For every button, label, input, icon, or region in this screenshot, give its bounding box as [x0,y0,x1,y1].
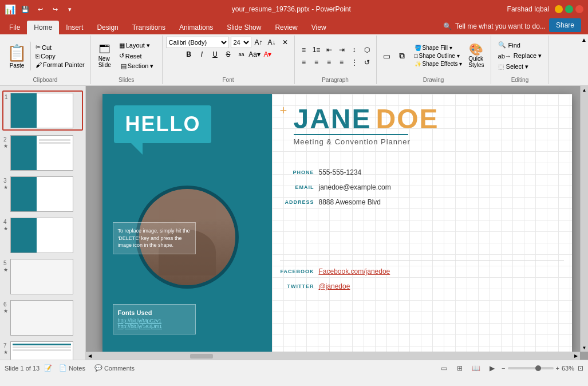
fonts-link-2[interactable]: http://bit.ly/1e3jJm1 [118,324,191,329]
restore-button[interactable] [565,5,573,13]
slide-thumb-3[interactable]: 3 ★ [2,175,83,213]
shapes-button[interactable]: ▭ [380,49,394,63]
font-size-dropdown[interactable]: 24 [231,37,251,48]
slide-sorter-button[interactable]: ⊞ [453,362,466,375]
bullets-button[interactable]: ≡ [298,44,310,56]
minimize-button[interactable] [555,5,563,13]
strikethrough-button[interactable]: S [223,49,234,60]
underline-button[interactable]: U [210,49,221,60]
find-button[interactable]: 🔍 Find [495,40,546,50]
change-case-button[interactable]: Aa▾ [249,49,261,60]
vertical-scrollbar[interactable]: ▲ ▼ [580,86,588,352]
layout-button[interactable]: ▦Layout ▾ [116,41,159,50]
line-spacing-button[interactable]: ↕ [349,44,360,56]
slide-thumb-6[interactable]: 6 ★ [2,299,83,337]
bold-button[interactable]: B [183,49,195,60]
tab-transitions[interactable]: Transitions [125,21,172,34]
contact-row-address: ADDRESS 8888 Awesome Blvd [280,198,564,206]
slides-panel[interactable]: 1 2 ★ [0,86,86,360]
save-qat-button[interactable]: 💾 [19,3,31,15]
shape-outline-label: Shape Outline ▾ [419,53,460,59]
format-painter-button[interactable]: 🖌Format Painter [33,61,87,69]
slides-content: 🗔 NewSlide ▦Layout ▾ ↺Reset ▤Section ▾ [94,37,159,83]
scroll-right-button[interactable]: ▶ [572,352,580,360]
ribbon-collapse-button[interactable]: ▲ [581,37,587,43]
tab-home[interactable]: Home [27,21,59,34]
shape-fill-button[interactable]: 🪣 Shape Fill ▾ [412,44,465,52]
undo-button[interactable]: ↩ [34,3,46,15]
zoom-out-button[interactable]: − [502,365,505,372]
scroll-left-button[interactable]: ◀ [86,352,94,360]
shape-outline-button[interactable]: □ Shape Outline ▾ [412,52,465,60]
slide-preview-6 [10,300,73,336]
phone-value: 555-555-1234 [319,168,362,176]
share-button[interactable]: Share [549,18,581,32]
tab-slideshow[interactable]: Slide Show [220,21,268,34]
arrange-button[interactable]: ⧉ [395,49,409,63]
convert-to-smartart-button[interactable]: ⬡ [361,44,373,56]
decrease-indent-button[interactable]: ⇤ [323,44,335,56]
tab-insert[interactable]: Insert [59,21,90,34]
slideshow-button[interactable]: ▶ [486,362,498,375]
slide-thumb-5[interactable]: 5 ★ [2,258,83,296]
customize-qat-button[interactable]: ▾ [64,3,76,15]
increase-indent-button[interactable]: ⇥ [336,44,348,56]
columns-button[interactable]: ⋮ [349,57,360,68]
tab-file[interactable]: File [2,21,27,34]
hello-tail [131,143,143,155]
slide-thumb-1[interactable]: 1 [2,90,83,131]
zoom-slider[interactable] [508,367,554,369]
quick-styles-button[interactable]: 🎨 QuickStyles [465,42,487,70]
tab-animations[interactable]: Animations [172,21,220,34]
quick-styles-icon: 🎨 [469,44,483,55]
first-name: JANE [294,105,372,133]
replace-button[interactable]: ab→ Replace ▾ [495,51,546,61]
font-size-decrease-button[interactable]: A↓ [266,37,278,48]
copy-button[interactable]: ⎘Copy [33,52,87,60]
slide-thumb-7[interactable]: 7 ★ [2,340,83,360]
align-center-button[interactable]: ≡ [311,57,322,68]
cut-button[interactable]: ✂Cut [33,43,87,52]
reading-view-button[interactable]: 📖 [469,362,482,375]
tab-design[interactable]: Design [90,21,125,34]
font-color-button[interactable]: A▾ [262,49,274,60]
slide-num-6: 6 [3,300,7,308]
paste-button[interactable]: 📋 Paste [3,41,31,71]
search-icon: 🔍 [443,22,452,30]
new-slide-button[interactable]: 🗔 NewSlide [94,42,115,70]
small-caps-button[interactable]: aa [236,49,247,60]
align-left-button[interactable]: ≡ [298,57,310,68]
fit-to-window-button[interactable]: ⊡ [578,364,583,372]
comments-button[interactable]: 💬 Comments [92,364,137,372]
slide-thumb-4[interactable]: 4 ★ [2,216,83,254]
clipboard-sub-buttons: ✂Cut ⎘Copy 🖌Format Painter [33,43,87,69]
select-button[interactable]: ⬚ Select ▾ [495,62,546,72]
horizontal-scrollbar[interactable]: ◀ ▶ [86,352,580,360]
align-right-button[interactable]: ≡ [323,57,335,68]
zoom-in-button[interactable]: + [556,365,559,372]
close-button[interactable] [575,5,583,13]
justify-button[interactable]: ≡ [336,57,348,68]
font-size-increase-button[interactable]: A↑ [253,37,265,48]
normal-view-button[interactable]: ▭ [437,362,450,375]
section-button[interactable]: ▤Section ▾ [116,61,159,71]
tell-me-input[interactable]: Tell me what you want to do... [455,22,546,30]
italic-button[interactable]: I [196,49,208,60]
redo-button[interactable]: ↪ [49,3,61,15]
shape-effects-button[interactable]: ✨ Shape Effects ▾ [412,60,465,68]
scroll-down-button[interactable]: ▼ [581,344,589,352]
fonts-link-1[interactable]: http://bit.ly/MpCzv1 [118,318,191,324]
slide-thumb-2[interactable]: 2 ★ [2,134,83,172]
tab-review[interactable]: Review [268,21,304,34]
notes-button[interactable]: 📄 Notes [57,364,88,372]
clear-formatting-button[interactable]: ✕ [279,37,291,48]
h-scroll-thumb[interactable] [190,354,213,359]
numbering-button[interactable]: 1≡ [311,44,322,56]
font-name-dropdown[interactable]: Calibri (Body) [166,37,229,48]
text-direction-button[interactable]: ↺ [361,57,373,68]
slide-preview-4 [10,218,73,253]
reset-button[interactable]: ↺Reset [116,51,159,61]
scroll-up-button[interactable]: ▲ [581,86,589,94]
tab-view[interactable]: View [305,21,333,34]
format-painter-icon: 🖌 [35,61,42,68]
